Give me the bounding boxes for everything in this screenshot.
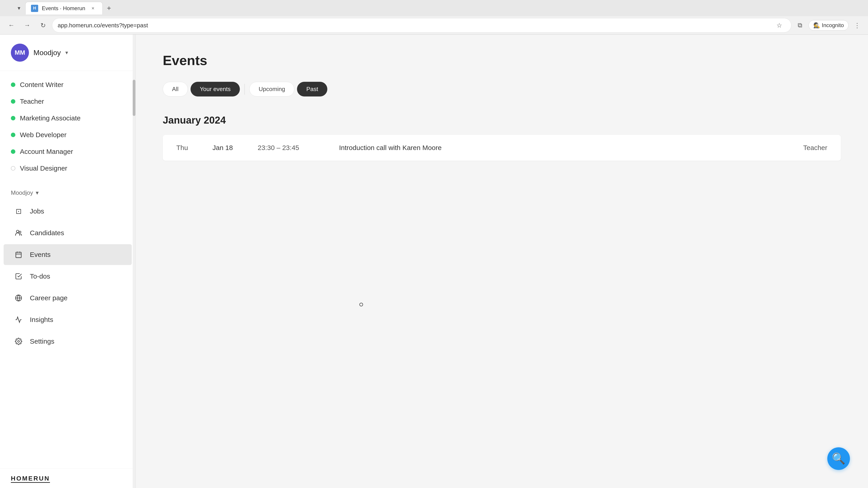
filter-divider [244,84,245,95]
events-icon [13,249,24,260]
job-item[interactable]: Marketing Associate [0,110,135,127]
sidebar-scroll: Content Writer Teacher Marketing Associa… [0,71,135,468]
main-content: Events All Your events Upcoming Past Jan… [135,35,868,488]
sidebar-item-jobs[interactable]: ⊡ Jobs [4,201,132,222]
sidebar-item-label: To-dos [30,272,50,280]
job-status-dot [11,166,16,170]
candidates-icon [13,227,24,239]
job-status-dot [11,99,16,104]
sidebar-section-label: Moodjoy ▾ [0,182,135,198]
event-title: Introduction call with Karen Moore [339,144,794,152]
sidebar-item-label: Settings [30,337,54,345]
filter-all-button[interactable]: All [163,82,188,96]
incognito-icon: 🕵 [813,22,820,29]
bookmark-button[interactable]: ☆ [773,19,786,32]
sidebar-item-todos[interactable]: To-dos [4,266,132,287]
svg-rect-2 [16,252,21,258]
job-status-dot [11,149,16,154]
sidebar-footer: HOMERUN [0,468,135,488]
scroll-thumb[interactable] [133,80,135,116]
org-dropdown-icon: ▾ [65,50,68,56]
event-role: Teacher [803,144,827,152]
section-org-name: Moodjoy [11,189,33,196]
back-button[interactable]: ← [4,19,18,32]
homerun-logo: HOMERUN [11,475,50,482]
browser-toolbar: ← → ↻ ☆ ⧉ 🕵 Incognito ⋮ [0,16,868,34]
todos-icon [13,270,24,282]
job-label: Teacher [20,98,44,105]
section-chevron-icon: ▾ [36,189,39,196]
job-list: Content Writer Teacher Marketing Associa… [0,71,135,182]
sidebar-item-settings[interactable]: Settings [4,331,132,352]
job-label: Content Writer [20,81,64,89]
job-item[interactable]: Web Developer [0,127,135,143]
sidebar: MM Moodjoy ▾ Content Writer Teacher Mark… [0,35,135,488]
refresh-button[interactable]: ↻ [36,19,50,32]
job-label: Visual Designer [20,164,67,172]
address-bar[interactable]: ☆ [52,18,792,33]
app-container: MM Moodjoy ▾ Content Writer Teacher Mark… [0,35,868,488]
forward-button[interactable]: → [20,19,34,32]
incognito-badge: 🕵 Incognito [809,20,848,31]
active-tab[interactable]: H Events · Homerun × [25,2,103,14]
section-month: January 2024 [163,115,841,126]
tab-title: Events · Homerun [42,5,85,11]
sidebar-item-label: Career page [30,294,68,302]
jobs-icon: ⊡ [13,205,24,217]
incognito-label: Incognito [822,22,844,29]
event-date: Jan 18 [213,144,249,152]
svg-point-1 [19,231,21,233]
sidebar-item-label: Candidates [30,229,64,237]
sidebar-item-label: Events [30,251,51,258]
sidebar-header[interactable]: MM Moodjoy ▾ [0,35,135,71]
filter-your-events-button[interactable]: Your events [191,82,240,96]
new-tab-button[interactable]: + [103,3,114,13]
support-button[interactable]: 🔍 [827,447,850,470]
filter-bar: All Your events Upcoming Past [163,82,841,96]
job-status-dot [11,133,16,137]
browser-menu-button[interactable]: ⋮ [851,19,864,32]
events-table: Thu Jan 18 23:30 – 23:45 Introduction ca… [163,135,841,161]
event-time: 23:30 – 23:45 [258,144,330,152]
settings-icon [13,335,24,347]
svg-point-8 [18,340,20,342]
browser-chrome: ▾ H Events · Homerun × + ← → ↻ ☆ ⧉ 🕵 Inc… [0,0,868,35]
job-item[interactable]: Content Writer [0,76,135,93]
sidebar-item-insights[interactable]: Insights [4,309,132,330]
career-page-icon [13,292,24,304]
job-label: Marketing Associate [20,114,81,122]
job-label: Web Developer [20,131,66,139]
sidebar-item-events[interactable]: Events [4,244,132,265]
avatar: MM [11,43,29,62]
tab-favicon: H [31,5,38,12]
tab-dropdown-button[interactable]: ▾ [13,3,24,13]
nav-items: ⊡ Jobs Candidates [0,198,135,355]
scroll-indicator [133,35,135,488]
sidebar-item-label: Insights [30,316,53,324]
filter-past-button[interactable]: Past [297,82,327,96]
event-row[interactable]: Thu Jan 18 23:30 – 23:45 Introduction ca… [163,135,841,161]
page-title: Events [163,53,841,68]
svg-point-0 [17,230,19,233]
event-day: Thu [176,144,204,152]
job-item[interactable]: Teacher [0,93,135,110]
sidebar-item-candidates[interactable]: Candidates [4,223,132,243]
job-status-dot [11,83,16,87]
tab-bar: ▾ H Events · Homerun × + [0,0,868,16]
tab-close-button[interactable]: × [89,4,97,12]
job-label: Account Manager [20,148,73,156]
insights-icon [13,314,24,326]
org-name: Moodjoy [33,48,61,57]
job-status-dot [11,116,16,121]
split-view-button[interactable]: ⧉ [794,19,806,32]
job-item[interactable]: Visual Designer [0,160,135,177]
url-input[interactable] [58,22,770,29]
filter-upcoming-button[interactable]: Upcoming [249,82,294,96]
support-icon: 🔍 [832,452,845,465]
sidebar-item-career-page[interactable]: Career page [4,288,132,308]
job-item[interactable]: Account Manager [0,143,135,160]
sidebar-item-label: Jobs [30,207,44,215]
